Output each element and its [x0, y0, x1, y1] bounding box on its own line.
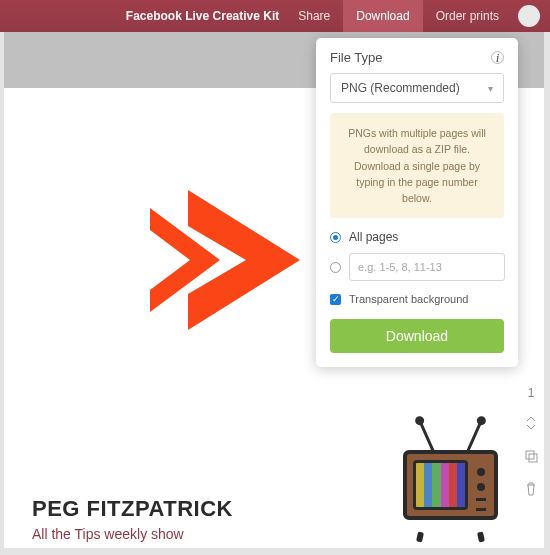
design-subtitle: All the Tips weekly show — [32, 526, 184, 542]
page-side-toolbar: 1 — [524, 386, 538, 499]
reorder-icon[interactable] — [525, 416, 537, 433]
order-prints-tab[interactable]: Order prints — [423, 0, 512, 32]
download-button[interactable]: Download — [330, 319, 504, 353]
file-type-value: PNG (Recommended) — [341, 81, 460, 95]
svg-rect-1 — [529, 454, 537, 462]
transparent-bg-label: Transparent background — [349, 293, 468, 305]
tv-illustration — [403, 444, 498, 534]
file-type-select[interactable]: PNG (Recommended) ▾ — [330, 73, 504, 103]
document-title: Facebook Live Creative Kit — [126, 9, 279, 23]
user-avatar[interactable] — [518, 5, 540, 27]
download-tab[interactable]: Download — [343, 0, 422, 32]
annotation-arrow-icon — [150, 190, 300, 330]
design-heading: PEG FITZPATRICK — [32, 496, 233, 522]
top-nav-bar: Facebook Live Creative Kit Share Downloa… — [0, 0, 550, 32]
download-panel: File Type i PNG (Recommended) ▾ PNGs wit… — [316, 38, 518, 367]
checkbox-checked-icon[interactable]: ✓ — [330, 294, 341, 305]
svg-rect-0 — [526, 451, 534, 459]
all-pages-label: All pages — [349, 230, 398, 244]
file-type-heading: File Type — [330, 50, 383, 65]
delete-page-icon[interactable] — [525, 482, 537, 499]
page-number-label: 1 — [528, 386, 535, 400]
info-icon[interactable]: i — [491, 51, 504, 64]
radio-unselected-icon — [330, 262, 341, 273]
all-pages-option[interactable]: All pages — [330, 230, 504, 244]
copy-page-icon[interactable] — [524, 449, 538, 466]
page-range-input[interactable] — [349, 253, 505, 281]
page-range-option[interactable] — [330, 253, 504, 281]
zip-note: PNGs with multiple pages will download a… — [330, 113, 504, 218]
radio-selected-icon — [330, 232, 341, 243]
chevron-down-icon: ▾ — [488, 83, 493, 94]
share-tab[interactable]: Share — [285, 0, 343, 32]
